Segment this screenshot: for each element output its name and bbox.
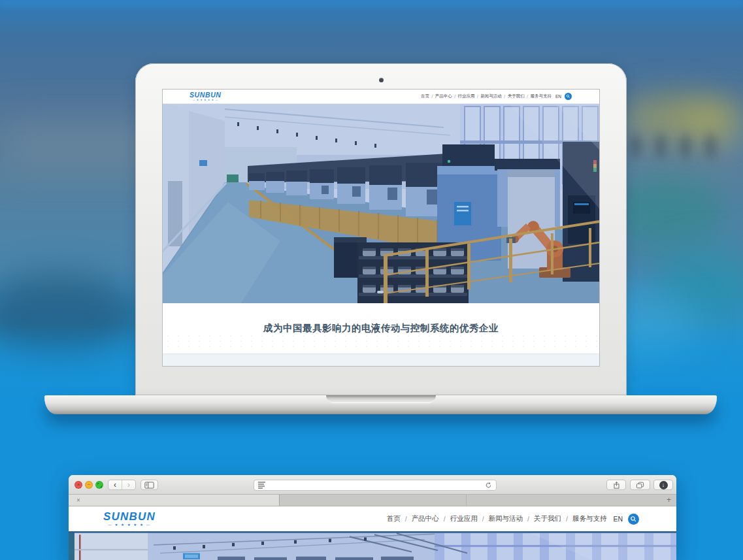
nav-separator: / (566, 515, 568, 523)
laptop-lid-notch (326, 395, 436, 403)
download-arrow: ↓ (662, 482, 665, 488)
minimize-window-button[interactable]: − (85, 481, 93, 489)
language-toggle[interactable]: EN (613, 515, 623, 523)
browser-toolbar: × − ‹ › (69, 475, 676, 495)
close-icon: × (77, 482, 80, 487)
search-button[interactable] (628, 514, 639, 525)
nav-item-1[interactable]: 首页 (387, 514, 401, 523)
reader-mode-icon[interactable] (258, 482, 265, 489)
factory-illustration (163, 104, 599, 303)
nav-separator: / (454, 94, 455, 99)
hero-image-factory-top (69, 531, 676, 560)
browser-tab-bar: × + (69, 495, 676, 506)
background-top-strip (0, 0, 743, 6)
download-icon: ↓ (659, 481, 668, 489)
factory-ceiling-illustration (69, 531, 676, 560)
tab-divider (466, 495, 467, 506)
sidebar-icon (144, 482, 154, 489)
back-button[interactable]: ‹ (108, 480, 122, 489)
laptop-mockup: SUNBUN — ★ ★ ★ ★ ★ — 首页/产品中心/行业应用/新闻与活动/… (44, 63, 717, 420)
nav-separator: / (527, 515, 529, 523)
history-nav-group: ‹ › (108, 480, 136, 490)
address-bar (254, 480, 497, 491)
nav-separator: / (405, 515, 407, 523)
forward-button[interactable]: › (122, 480, 135, 489)
site-logo[interactable]: SUNBUN — ★ ★ ★ ★ ★ — (103, 511, 156, 527)
nav-item-4[interactable]: 新闻与活动 (480, 93, 502, 99)
nav-separator: / (504, 94, 505, 99)
nav-separator: / (477, 94, 478, 99)
logo-text: SUNBUN (190, 91, 222, 99)
search-icon (566, 94, 570, 99)
browser-window: × − ‹ › (69, 475, 676, 560)
site-header: SUNBUN — ★ ★ ★ ★ ★ — 首页/产品中心/行业应用/新闻与活动/… (69, 506, 676, 531)
header-right: 首页/产品中心/行业应用/新闻与活动/关于我们/服务与支持 EN (387, 514, 639, 525)
address-input[interactable] (269, 481, 485, 489)
search-icon (630, 516, 637, 523)
nav-item-5[interactable]: 关于我们 (534, 514, 561, 523)
laptop-base (44, 395, 717, 414)
nav-item-2[interactable]: 产品中心 (412, 514, 439, 523)
language-toggle[interactable]: EN (555, 94, 561, 99)
window-controls: × − (74, 481, 103, 489)
hero-tagline: 成为中国最具影响力的电液传动与控制系统的优秀企业 (263, 322, 499, 335)
tagline-section: 成为中国最具影响力的电液传动与控制系统的优秀企业 (163, 303, 599, 354)
site-header: SUNBUN — ★ ★ ★ ★ ★ — 首页/产品中心/行业应用/新闻与活动/… (163, 90, 599, 104)
sidebar-toggle-button[interactable] (140, 480, 158, 490)
downloads-button[interactable]: ↓ (653, 480, 673, 490)
hero-image-factory (163, 104, 599, 303)
reload-icon[interactable] (485, 482, 492, 489)
tab-overview-button[interactable] (630, 480, 650, 490)
laptop-screen-bezel: SUNBUN — ★ ★ ★ ★ ★ — 首页/产品中心/行业应用/新闻与活动/… (135, 63, 627, 395)
share-button[interactable] (606, 480, 626, 490)
nav-item-6[interactable]: 服务与支持 (572, 514, 607, 523)
header-right: 首页/产品中心/行业应用/新闻与活动/关于我们/服务与支持 EN (421, 93, 572, 100)
active-tab[interactable]: × (69, 495, 280, 506)
share-icon (613, 481, 620, 489)
zoom-window-button[interactable] (95, 481, 103, 489)
tab-overview-icon (636, 482, 644, 489)
nav-separator: / (444, 515, 446, 523)
nav-item-2[interactable]: 产品中心 (435, 93, 452, 99)
nav-separator: / (431, 94, 433, 99)
new-tab-button[interactable]: + (667, 496, 671, 504)
main-nav: 首页/产品中心/行业应用/新闻与活动/关于我们/服务与支持 (421, 93, 552, 99)
logo-stars: — ★ ★ ★ ★ ★ — (193, 99, 218, 102)
minimize-icon: − (88, 482, 91, 487)
site-logo[interactable]: SUNBUN — ★ ★ ★ ★ ★ — (190, 91, 222, 102)
nav-item-6[interactable]: 服务与支持 (530, 93, 552, 99)
close-tab-button[interactable]: × (76, 497, 80, 504)
search-button[interactable] (565, 93, 572, 100)
main-nav: 首页/产品中心/行业应用/新闻与活动/关于我们/服务与支持 (387, 514, 607, 523)
nav-item-1[interactable]: 首页 (421, 93, 429, 99)
close-window-button[interactable]: × (74, 481, 82, 489)
laptop-screen-content: SUNBUN — ★ ★ ★ ★ ★ — 首页/产品中心/行业应用/新闻与活动/… (163, 90, 599, 366)
webcam-dot (379, 78, 384, 82)
nav-separator: / (482, 515, 484, 523)
logo-text: SUNBUN (103, 511, 156, 522)
nav-item-3[interactable]: 行业应用 (450, 514, 478, 523)
desktop-stage: SUNBUN — ★ ★ ★ ★ ★ — 首页/产品中心/行业应用/新闻与活动/… (0, 0, 743, 560)
nav-item-3[interactable]: 行业应用 (458, 93, 475, 99)
nav-item-5[interactable]: 关于我们 (508, 93, 525, 99)
nav-separator: / (527, 94, 528, 99)
footer-band (163, 354, 599, 366)
nav-item-4[interactable]: 新闻与活动 (489, 514, 523, 523)
logo-stars: — ★ ★ ★ ★ ★ — (108, 523, 151, 527)
